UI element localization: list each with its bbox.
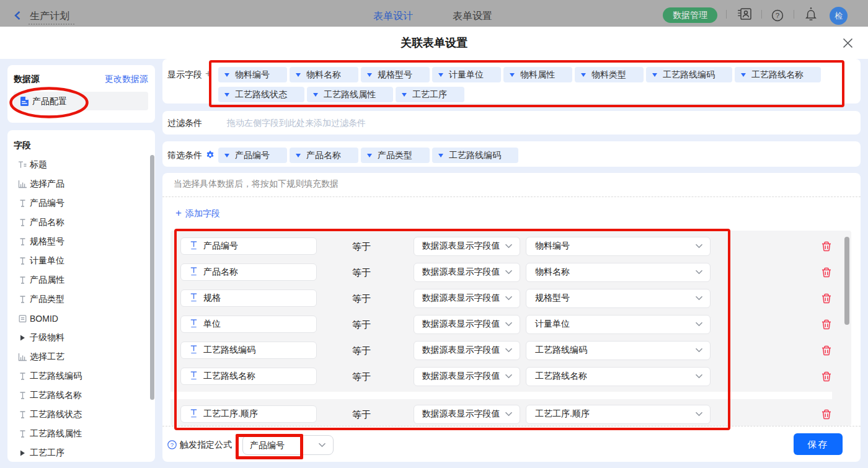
svg-text:?: ? [776, 12, 779, 19]
svg-text:?: ? [170, 441, 174, 448]
